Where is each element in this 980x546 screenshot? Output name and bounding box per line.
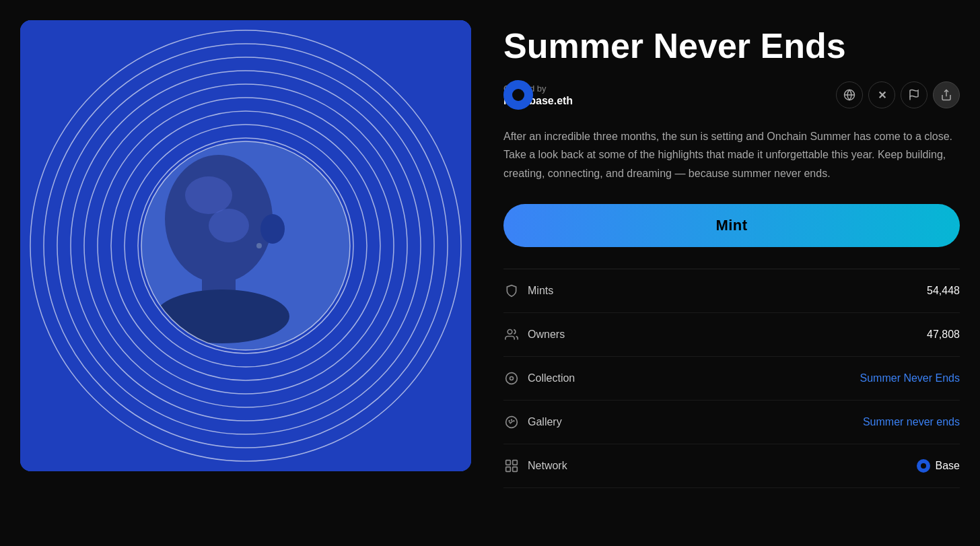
svg-point-28	[508, 329, 512, 334]
globe-icon-button[interactable]	[836, 81, 863, 108]
stat-item-collection: Collection Summer Never Ends	[503, 357, 960, 401]
twitter-icon-button[interactable]: ✕	[868, 81, 895, 108]
svg-point-19	[185, 176, 232, 214]
network-value: Base	[917, 459, 960, 473]
nft-title: Summer Never Ends	[503, 27, 960, 65]
gallery-value[interactable]: Summer never ends	[863, 416, 960, 428]
mints-label: Mints	[528, 285, 553, 297]
owners-value: 47,808	[927, 329, 960, 341]
mint-button[interactable]: Mint	[503, 204, 960, 247]
stats-list: Mints 54,448 Owners	[503, 269, 960, 488]
svg-point-34	[513, 420, 515, 422]
share-icon-button[interactable]	[933, 81, 960, 108]
creator-avatar	[503, 80, 533, 110]
owners-icon	[503, 327, 520, 343]
circles-background	[20, 20, 471, 471]
svg-rect-36	[513, 460, 518, 465]
nft-artwork-container	[20, 20, 471, 471]
svg-rect-37	[506, 467, 511, 471]
svg-point-29	[506, 372, 518, 384]
stat-item-owners: Owners 47,808	[503, 313, 960, 357]
stat-item-gallery: Gallery Summer never ends	[503, 401, 960, 444]
owners-label: Owners	[528, 329, 565, 341]
network-label: Network	[528, 460, 567, 472]
stat-item-network: Network Base	[503, 444, 960, 488]
globe-icon	[843, 89, 855, 101]
collection-label: Collection	[528, 372, 575, 384]
svg-point-22	[209, 209, 249, 242]
svg-point-32	[508, 420, 510, 422]
stat-item-mints: Mints 54,448	[503, 269, 960, 313]
x-twitter-icon: ✕	[878, 89, 886, 102]
svg-point-30	[510, 376, 514, 380]
flag-icon	[908, 89, 920, 101]
gallery-icon	[503, 414, 520, 430]
svg-point-21	[256, 243, 262, 248]
gallery-label: Gallery	[528, 416, 562, 428]
share-icon	[940, 89, 952, 101]
svg-point-33	[511, 419, 513, 421]
creator-info: Created by mint.base.eth	[503, 83, 573, 107]
mints-value: 54,448	[927, 285, 960, 297]
network-name: Base	[936, 460, 960, 472]
social-icons: ✕	[836, 81, 960, 108]
opensea-icon-button[interactable]	[901, 81, 928, 108]
network-icon	[503, 458, 520, 474]
info-panel: Summer Never Ends Created by mint.base.e…	[503, 20, 960, 488]
nft-description: After an incredible three months, the su…	[503, 127, 960, 182]
svg-point-20	[260, 214, 285, 244]
main-container: Summer Never Ends Created by mint.base.e…	[13, 13, 967, 495]
mints-icon	[503, 283, 520, 299]
creator-row: Created by mint.base.eth ✕	[503, 81, 960, 108]
collection-value[interactable]: Summer Never Ends	[860, 372, 960, 384]
svg-rect-38	[513, 467, 518, 471]
nft-artwork	[20, 20, 471, 471]
svg-rect-35	[506, 460, 511, 465]
collection-icon	[503, 370, 520, 386]
base-network-dot	[917, 459, 930, 473]
